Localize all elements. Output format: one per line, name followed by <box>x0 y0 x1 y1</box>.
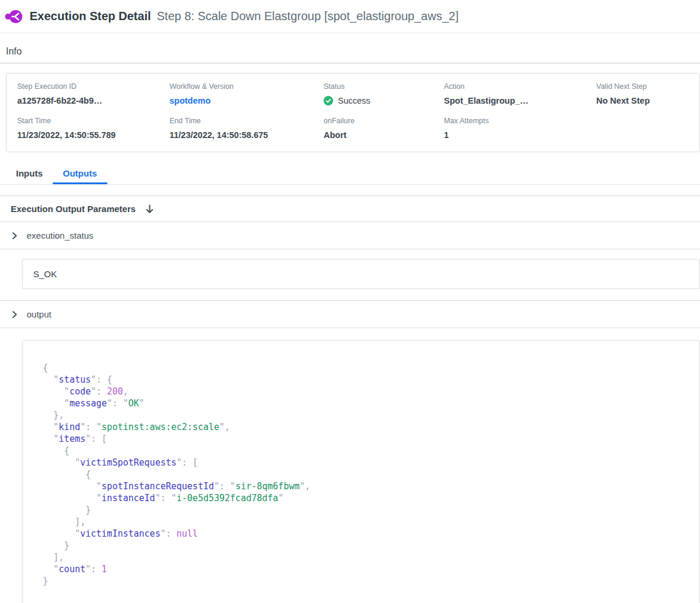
field-label: onFailure <box>324 117 444 125</box>
tab-inputs[interactable]: Inputs <box>6 164 53 184</box>
param-name: output <box>27 309 52 319</box>
info-card: Step Execution ID a125728f-6b22-4b9… Wor… <box>6 73 700 152</box>
arrow-down-icon[interactable] <box>145 204 154 214</box>
field-label: Action <box>444 82 596 91</box>
field-value: 1 <box>444 130 596 140</box>
param-name: execution_status <box>27 230 94 240</box>
field-label: Step Execution ID <box>17 82 170 91</box>
field-step-execution-id: Step Execution ID a125728f-6b22-4b9… <box>17 82 170 105</box>
spot-logo-icon <box>5 8 23 25</box>
execution-status-value-box: S_OK <box>22 259 700 289</box>
field-workflow-version: Workflow & Version spotdemo <box>170 82 324 105</box>
workflow-link[interactable]: spotdemo <box>170 96 210 105</box>
io-tabs: Inputs Outputs <box>0 164 700 185</box>
field-value: a125728f-6b22-4b9… <box>17 96 170 105</box>
field-end-time: End Time 11/23/2022, 14:50:58.675 <box>170 117 324 140</box>
field-action: Action Spot_Elastigroup_… <box>444 82 596 105</box>
param-row-execution-status[interactable]: execution_status <box>0 222 700 249</box>
field-label: Valid Next Step <box>596 82 699 91</box>
field-label: Workflow & Version <box>170 82 324 91</box>
field-valid-next-step: Valid Next Step No Next Step <box>596 82 699 105</box>
field-label: Max Attempts <box>444 117 596 125</box>
info-divider <box>0 63 700 63</box>
chevron-right-icon <box>11 310 18 319</box>
tab-outputs[interactable]: Outputs <box>53 164 107 184</box>
page-subtitle: Step 8: Scale Down Elastgroup [spot_elas… <box>157 9 459 23</box>
param-row-output[interactable]: output <box>0 301 700 328</box>
field-status: Status Success <box>324 82 444 105</box>
field-label: Start Time <box>17 117 170 125</box>
status-text: Success <box>338 96 370 105</box>
field-label: Status <box>324 82 444 91</box>
field-value: Spot_Elastigroup_… <box>444 96 596 105</box>
field-onfailure: onFailure Abort <box>324 117 444 140</box>
field-label: End Time <box>170 117 324 125</box>
field-start-time: Start Time 11/23/2022, 14:50:55.789 <box>17 117 170 140</box>
execution-output-parameters-title: Execution Output Parameters <box>11 204 136 214</box>
execution-output-parameters-header: Execution Output Parameters <box>0 196 700 222</box>
app-header: Execution Step Detail Step 8: Scale Down… <box>0 0 700 33</box>
field-value: Abort <box>324 130 444 140</box>
field-value: 11/23/2022, 14:50:58.675 <box>170 130 324 140</box>
field-max-attempts: Max Attempts 1 <box>444 117 596 140</box>
page-title: Execution Step Detail <box>30 9 151 23</box>
field-value: 11/23/2022, 14:50:55.789 <box>17 130 170 140</box>
output-json-code: { "status": { "code": 200, "message": "O… <box>43 362 688 587</box>
success-check-icon <box>324 96 333 105</box>
field-value: No Next Step <box>596 96 699 105</box>
chevron-right-icon <box>11 232 18 240</box>
info-section-heading: Info <box>6 46 700 57</box>
output-json-box: { "status": { "code": 200, "message": "O… <box>22 340 700 603</box>
